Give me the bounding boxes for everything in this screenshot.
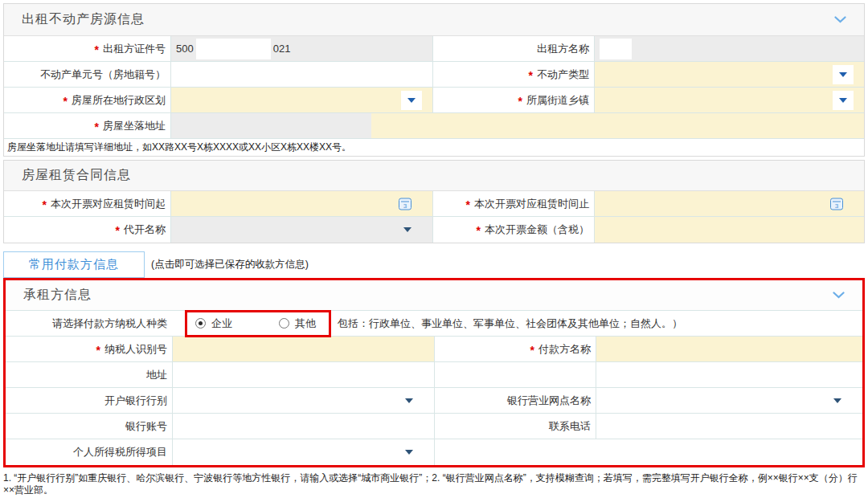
- bank-field-instructions: 1. “开户银行行别”如重庆银行、哈尔滨银行、宁波银行等地方性银行，请输入或选择…: [3, 472, 865, 496]
- required-marker: *: [466, 198, 470, 211]
- section-title: 承租方信息: [23, 287, 92, 304]
- dropdown-arrow-icon: [403, 227, 411, 232]
- lease-end-label: 本次开票对应租赁时间止: [474, 197, 589, 211]
- table-row: * 房屋所在地行政区划 * 所属街道乡镇: [4, 88, 864, 113]
- lessee-address-input[interactable]: [172, 362, 434, 387]
- chevron-down-icon[interactable]: [833, 292, 845, 299]
- required-marker: *: [116, 224, 120, 237]
- bank-type-label: 开户银行行别: [104, 394, 167, 408]
- lessee-address-label: 地址: [146, 368, 167, 382]
- radio-button-icon[interactable]: [279, 318, 289, 329]
- table-row: * 代开名称 * 本次开票金额（含税）: [4, 217, 864, 243]
- phone-input[interactable]: [596, 414, 862, 439]
- masked-area: [600, 39, 632, 59]
- section-title: 出租不动产房源信息: [22, 11, 145, 28]
- lessor-name-field: [594, 36, 864, 61]
- radio-button-icon[interactable]: [195, 318, 206, 329]
- table-row: * 房屋坐落地址: [4, 113, 864, 139]
- phone-label: 联系电话: [549, 419, 591, 434]
- address-label: 房屋坐落地址: [103, 119, 166, 133]
- address-hint: 房屋坐落地址请填写详细地址，如XX路XX号X栋XXXX或XX小区X栋XX楼XX号…: [4, 139, 864, 156]
- masked-area: [196, 39, 271, 59]
- bank-account-label: 银行账号: [125, 419, 167, 434]
- section-title: 房屋租赁合同信息: [22, 167, 131, 184]
- required-marker: *: [95, 120, 99, 133]
- bank-account-input[interactable]: [172, 414, 434, 439]
- table-row: * 出租方证件号 500 021 出租方名称: [4, 36, 864, 62]
- required-marker: *: [43, 198, 47, 211]
- lessor-id-field: 500 021: [170, 36, 432, 61]
- required-marker: *: [529, 69, 533, 82]
- required-marker: *: [477, 224, 481, 237]
- dropdown-arrow-icon[interactable]: [401, 91, 422, 110]
- property-info-section: 出租不动产房源信息 * 出租方证件号 500 021 出租方名称: [3, 3, 865, 157]
- income-item-label: 个人所得税所得项目: [73, 445, 167, 459]
- property-section-header: 出租不动产房源信息: [4, 4, 864, 36]
- saved-payer-hint: (点击即可选择已保存的收款方信息): [151, 258, 309, 271]
- bank-branch-label: 银行营业网点名称: [507, 394, 591, 408]
- required-marker: *: [95, 43, 99, 56]
- issue-name-select: [170, 217, 432, 243]
- amount-label: 本次开票金额（含税）: [485, 222, 589, 237]
- contract-info-section: 房屋租赁合同信息 * 本次开票对应租赁时间起 3 * 本次开票对应租赁时间止 3…: [3, 160, 865, 243]
- address-input[interactable]: [371, 113, 864, 138]
- address-prefix-field: [170, 113, 371, 138]
- lessor-id-label: 出租方证件号: [103, 42, 166, 56]
- radio-enterprise-label: 企业: [211, 316, 232, 331]
- bank-type-select[interactable]: [172, 388, 434, 413]
- table-row: 开户银行行别 银行营业网点名称: [6, 388, 862, 414]
- radio-enterprise[interactable]: 企业: [195, 316, 232, 331]
- district-label: 房屋所在地行政区划: [72, 93, 166, 108]
- property-type-select[interactable]: [594, 62, 864, 87]
- taxpayer-type-note: 包括：行政单位、事业单位、军事单位、社会团体及其他单位；自然人。）: [338, 316, 682, 331]
- lessee-info-section: 承租方信息 请选择付款方纳税人种类 企业 其他 包括：行政单位、事业单位、军事单…: [3, 278, 865, 467]
- table-row: 银行账号 联系电话: [6, 414, 862, 439]
- dropdown-arrow-icon[interactable]: [833, 398, 841, 403]
- invoice-amount-input[interactable]: [594, 217, 864, 243]
- chevron-down-icon[interactable]: [834, 16, 846, 23]
- saved-payer-tab[interactable]: 常用付款方信息: [3, 251, 145, 278]
- required-marker: *: [96, 344, 100, 357]
- table-row: * 纳税人识别号 * 付款方名称: [6, 337, 862, 362]
- radio-other[interactable]: 其他: [279, 316, 316, 331]
- calendar-icon[interactable]: 3: [399, 198, 411, 210]
- taxpayer-id-input[interactable]: [172, 337, 434, 361]
- table-row: 个人所得税所得项目: [6, 439, 862, 465]
- dropdown-arrow-icon[interactable]: [405, 450, 413, 455]
- calendar-icon[interactable]: 3: [830, 198, 843, 210]
- bank-branch-select[interactable]: [596, 388, 862, 413]
- rental-invoice-form: 出租不动产房源信息 * 出租方证件号 500 021 出租方名称: [0, 0, 868, 502]
- contract-section-header: 房屋租赁合同信息: [4, 161, 864, 191]
- lease-start-label: 本次开票对应租赁时间起: [51, 197, 166, 211]
- taxpayer-id-label: 纳税人识别号: [104, 342, 167, 357]
- lease-end-date-input[interactable]: 3: [594, 191, 864, 216]
- unit-no-label: 不动产单元号（房地籍号）: [40, 67, 166, 82]
- issue-name-label: 代开名称: [124, 222, 166, 237]
- payer-tab-row: 常用付款方信息 (点击即可选择已保存的收款方信息): [3, 251, 868, 278]
- lessee-section-header: 承租方信息: [6, 280, 862, 311]
- lease-start-date-input[interactable]: 3: [170, 191, 432, 216]
- taxpayer-type-label: 请选择付款方纳税人种类: [52, 316, 167, 331]
- required-marker: *: [530, 344, 534, 357]
- payer-name-input[interactable]: [596, 337, 862, 361]
- district-select[interactable]: [170, 88, 432, 112]
- table-row: 地址: [6, 362, 862, 388]
- dropdown-arrow-icon[interactable]: [405, 398, 413, 403]
- dropdown-arrow-icon[interactable]: [833, 65, 854, 84]
- street-label: 所属街道乡镇: [526, 93, 589, 108]
- radio-other-label: 其他: [295, 316, 316, 331]
- payer-name-label: 付款方名称: [538, 342, 591, 357]
- required-marker: *: [518, 95, 522, 108]
- income-item-select[interactable]: [172, 439, 434, 465]
- taxpayer-type-highlight-box: 企业 其他: [185, 310, 331, 337]
- dropdown-arrow-icon[interactable]: [833, 91, 854, 110]
- street-select[interactable]: [594, 88, 864, 112]
- required-marker: *: [63, 95, 68, 108]
- table-row: 不动产单元号（房地籍号） * 不动产类型: [4, 62, 864, 88]
- unit-no-input[interactable]: [170, 62, 432, 87]
- taxpayer-type-row: 请选择付款方纳税人种类 企业 其他 包括：行政单位、事业单位、军事单位、社会团体…: [6, 311, 862, 337]
- property-type-label: 不动产类型: [537, 67, 589, 82]
- lessor-name-label: 出租方名称: [537, 42, 589, 56]
- table-row: * 本次开票对应租赁时间起 3 * 本次开票对应租赁时间止 3: [4, 191, 864, 217]
